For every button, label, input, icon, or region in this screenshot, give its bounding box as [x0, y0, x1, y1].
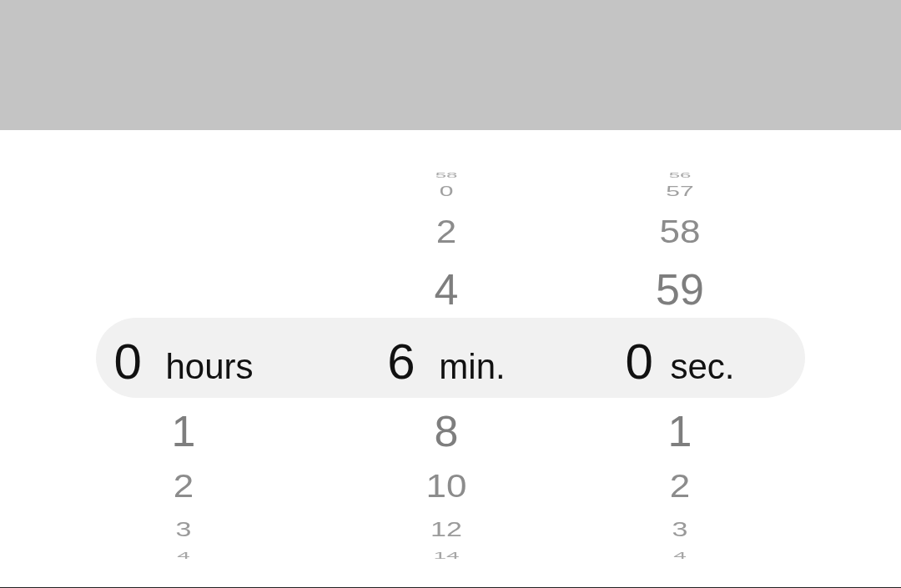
- minutes-option[interactable]: 0: [342, 183, 551, 198]
- duration-picker: 0 hours 1 2 3 4 58 0 2 4 6 min. 8 10 12 …: [0, 130, 901, 588]
- hours-value: 0: [113, 337, 141, 387]
- minutes-option[interactable]: 2: [342, 216, 551, 249]
- minutes-unit-label: min.: [439, 349, 505, 384]
- minutes-option[interactable]: 12: [342, 520, 551, 540]
- hours-option[interactable]: 1: [33, 410, 334, 453]
- minutes-option[interactable]: 10: [342, 470, 551, 503]
- hours-option[interactable]: 3: [33, 520, 334, 540]
- seconds-value: 0: [625, 337, 652, 387]
- minutes-selected: 6 min.: [342, 337, 551, 387]
- seconds-option[interactable]: 2: [576, 470, 784, 503]
- seconds-unit-label: sec.: [671, 349, 735, 384]
- seconds-option[interactable]: 1: [576, 410, 784, 453]
- minutes-option[interactable]: 8: [342, 410, 551, 453]
- hours-option[interactable]: 4: [33, 550, 334, 560]
- seconds-selected: 0 sec.: [576, 337, 784, 387]
- seconds-option[interactable]: 4: [576, 550, 784, 560]
- minutes-option[interactable]: 58: [342, 172, 551, 178]
- seconds-wheel[interactable]: 56 57 58 59 0 sec. 1 2 3 4: [576, 130, 784, 588]
- picker-columns: 0 hours 1 2 3 4 58 0 2 4 6 min. 8 10 12 …: [0, 130, 901, 588]
- hours-wheel[interactable]: 0 hours 1 2 3 4: [33, 130, 334, 588]
- minutes-option[interactable]: 14: [342, 550, 551, 560]
- minutes-option[interactable]: 4: [342, 269, 551, 311]
- status-area: [0, 0, 901, 130]
- seconds-option[interactable]: 58: [576, 216, 784, 249]
- minutes-value: 6: [387, 337, 415, 387]
- hours-unit-label: hours: [165, 349, 253, 384]
- seconds-option[interactable]: 59: [576, 269, 784, 311]
- seconds-option[interactable]: 56: [576, 172, 784, 178]
- hours-selected: 0 hours: [33, 337, 334, 387]
- seconds-option[interactable]: 3: [576, 520, 784, 540]
- minutes-wheel[interactable]: 58 0 2 4 6 min. 8 10 12 14: [342, 130, 551, 588]
- seconds-option[interactable]: 57: [576, 183, 784, 198]
- hours-option[interactable]: 2: [33, 470, 334, 503]
